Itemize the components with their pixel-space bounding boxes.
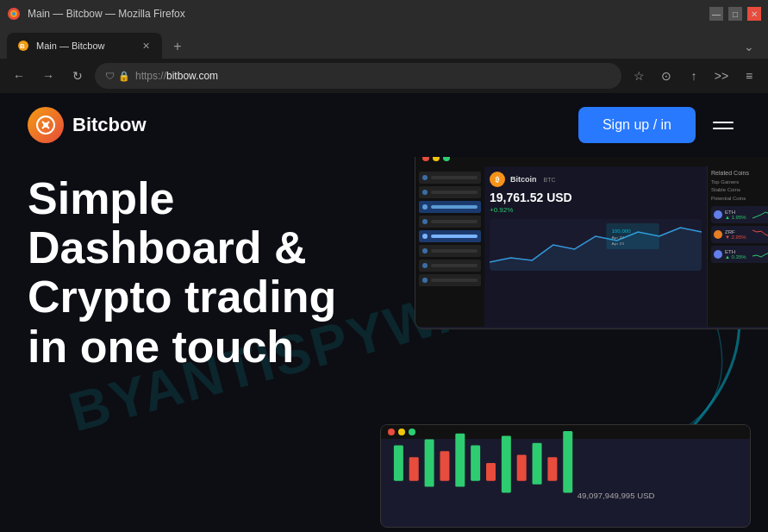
hero-text: Simple Dashboard & Crypto trading in one…: [28, 174, 355, 372]
svg-text:B: B: [20, 42, 25, 50]
mockup-sidebar-item-3: [419, 216, 481, 228]
sidebar-dot-3: [422, 219, 428, 224]
pocket-icon[interactable]: ⊙: [654, 64, 678, 88]
maximize-button[interactable]: □: [728, 7, 742, 21]
bookmark-star-icon[interactable]: ☆: [627, 64, 651, 88]
title-bar: Main — Bitcbow — Mozilla Firefox — □ ✕: [0, 0, 768, 28]
zrf-chart: [752, 228, 768, 241]
site-logo: Bitcbow: [28, 107, 147, 143]
site-header: Bitcbow Sign up / in: [0, 93, 768, 157]
coin-row-zrf: ZRF ▼ 2.95%: [711, 226, 768, 243]
new-tab-button[interactable]: +: [165, 34, 190, 59]
svg-rect-14: [440, 451, 449, 480]
tab-title: Main — Bitcbow: [36, 41, 133, 51]
dashboard-mockup-bottom: 49,097,949,995 USD: [380, 424, 751, 528]
shield-icon: 🛡: [105, 71, 115, 81]
browser-tab[interactable]: B Main — Bitcbow ✕: [7, 33, 162, 59]
hero-section: BYANTISPYWARE.COM Simple Dashboard & Cry…: [0, 157, 768, 502]
mockup-right-panel: Related Coins Top Gainers Stable Coins P…: [707, 166, 768, 327]
svg-rect-12: [409, 457, 419, 480]
sidebar-line-portfolio: [431, 235, 478, 238]
hamburger-menu-button[interactable]: [709, 110, 740, 141]
signup-button[interactable]: Sign up / in: [578, 107, 696, 143]
sidebar-line-1: [431, 176, 478, 179]
mockup-sidebar-item-4: [419, 245, 481, 257]
logo-icon: [28, 107, 64, 143]
eth2-icon: [714, 250, 722, 259]
url-protocol: https://: [135, 70, 166, 82]
svg-rect-20: [533, 443, 542, 485]
bottom-chart-area: 49,097,949,995 USD: [381, 439, 750, 508]
svg-rect-21: [547, 457, 557, 480]
mockup-sidebar-item-wallet: [419, 201, 481, 213]
svg-point-2: [12, 12, 16, 16]
address-security-icons: 🛡 🔒: [105, 71, 130, 82]
svg-point-6: [43, 122, 48, 128]
hamburger-line-1: [713, 122, 734, 123]
svg-rect-19: [517, 454, 527, 480]
nav-right-icons: ☆ ⊙ ↑ >> ≡: [627, 64, 761, 88]
mockup-coin-price: 19,761.52 USD: [490, 191, 702, 204]
svg-rect-16: [471, 445, 480, 480]
eth-icon: [714, 210, 722, 219]
nav-bar: ← → ↻ 🛡 🔒 https://bitbow.com ☆ ⊙ ↑ >> ≡: [0, 59, 768, 93]
coin-row-eth2: ETH ▲ 0.35%: [711, 246, 768, 263]
url-domain: bitbow.com: [166, 70, 218, 82]
tab-overflow-button[interactable]: ⌄: [737, 34, 761, 59]
sidebar-line-wallet: [431, 205, 478, 209]
tab-close-button[interactable]: ✕: [140, 40, 152, 52]
reload-button[interactable]: ↻: [66, 64, 90, 88]
related-coins-title: Related Coins: [711, 170, 768, 176]
sidebar-line-4: [431, 249, 478, 253]
eth2-info: ETH ▲ 0.35%: [725, 249, 750, 260]
minimize-button[interactable]: —: [709, 7, 723, 21]
svg-text:Apr 22: Apr 22: [611, 235, 624, 239]
firefox-icon: [7, 7, 21, 21]
sidebar-line-2: [431, 191, 478, 194]
extensions-icon[interactable]: >>: [709, 64, 734, 88]
mockup-coin-ticker: BTC: [544, 177, 556, 183]
potential-label: Potential Coins: [711, 196, 768, 201]
browser-chrome: Main — Bitcbow — Mozilla Firefox — □ ✕ B…: [0, 0, 768, 93]
svg-rect-22: [563, 431, 572, 492]
tab-favicon: B: [17, 40, 29, 52]
sidebar-dot-5: [422, 263, 428, 268]
back-button[interactable]: ←: [7, 64, 31, 88]
sidebar-dot-6: [422, 278, 428, 283]
sidebar-dot-4: [422, 248, 428, 253]
mockup-chart-area: 100,000 Apr 22 Apr 23: [490, 219, 702, 271]
mockup-main-content: ₿ Bitcoin BTC 19,761.52 USD +0.92%: [484, 166, 707, 327]
svg-rect-15: [455, 434, 465, 487]
eth2-change: ▲ 0.35%: [725, 254, 750, 260]
svg-rect-13: [425, 439, 434, 486]
forward-button[interactable]: →: [36, 64, 60, 88]
mockup-sidebar-item-6: [419, 274, 481, 286]
share-icon[interactable]: ↑: [682, 64, 706, 88]
mockup-coin-change: +0.92%: [490, 206, 702, 214]
title-bar-left: Main — Bitcbow — Mozilla Firefox: [7, 7, 185, 21]
address-bar[interactable]: 🛡 🔒 https://bitbow.com: [95, 63, 621, 89]
gainers-label: Top Gainers: [711, 179, 768, 185]
sidebar-dot-2: [422, 190, 428, 195]
svg-text:49,097,949,995 USD: 49,097,949,995 USD: [578, 491, 655, 500]
mockup-sidebar: [415, 166, 484, 327]
hero-title: Simple Dashboard & Crypto trading in one…: [28, 174, 355, 372]
eth-info: ETH ▲ 1.95%: [725, 210, 750, 220]
eth-change: ▲ 1.95%: [725, 215, 750, 220]
logo-text: Bitcbow: [72, 114, 147, 136]
mockup-body: ₿ Bitcoin BTC 19,761.52 USD +0.92%: [415, 166, 768, 327]
bar-chart: 49,097,949,995 USD: [388, 424, 743, 504]
sidebar-line-3: [431, 220, 478, 223]
dashboard-mockup-top: ₿ Bitcoin BTC 19,761.52 USD +0.92%: [415, 148, 768, 329]
mockup-sidebar-item-5: [419, 260, 481, 272]
svg-rect-11: [394, 445, 403, 480]
website-content: Bitcbow Sign up / in BYANTISPYWARE.COM S…: [0, 93, 768, 532]
window-title: Main — Bitcbow — Mozilla Firefox: [28, 8, 185, 20]
sidebar-line-5: [431, 264, 478, 267]
close-button[interactable]: ✕: [747, 7, 761, 21]
tab-bar: B Main — Bitcbow ✕ + ⌄: [0, 28, 768, 59]
mockup-coin-header: ₿ Bitcoin BTC: [490, 172, 702, 187]
sidebar-dot-1: [422, 175, 428, 180]
menu-icon[interactable]: ≡: [737, 64, 761, 88]
eth2-chart: [752, 247, 768, 261]
